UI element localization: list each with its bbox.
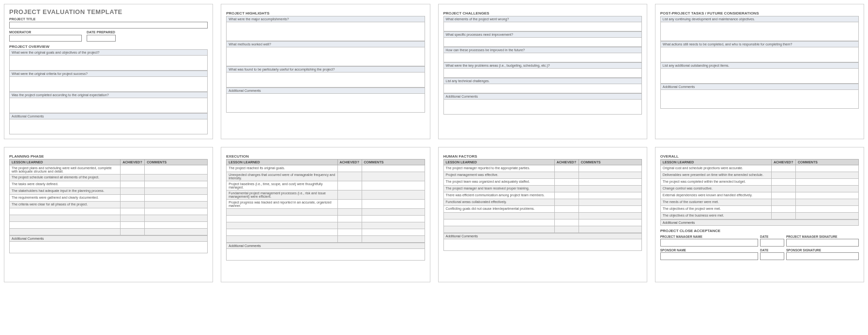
answer-area[interactable] <box>10 119 207 134</box>
date-input[interactable] <box>87 35 116 42</box>
achieved-cell[interactable] <box>337 200 362 209</box>
achieved-cell[interactable] <box>121 181 145 188</box>
achieved-cell[interactable] <box>121 202 145 208</box>
achieved-cell[interactable] <box>554 186 579 192</box>
achieved-cell[interactable] <box>772 192 796 199</box>
achieved-cell[interactable] <box>121 215 145 222</box>
achieved-cell[interactable] <box>554 179 579 186</box>
achieved-cell[interactable] <box>337 181 362 190</box>
achieved-cell[interactable] <box>772 165 796 172</box>
answer-area[interactable] <box>444 84 641 93</box>
comments-cell[interactable] <box>145 202 208 208</box>
answer-area[interactable] <box>444 22 641 31</box>
achieved-cell[interactable] <box>554 219 579 226</box>
answer-area[interactable] <box>227 47 424 66</box>
project-title-input[interactable] <box>9 22 208 29</box>
comments-cell[interactable] <box>796 179 859 186</box>
achieved-cell[interactable] <box>337 190 362 200</box>
comments-cell[interactable] <box>579 172 641 179</box>
achieved-cell[interactable] <box>337 172 362 181</box>
achieved-cell[interactable] <box>337 165 362 172</box>
comments-cell[interactable] <box>579 186 641 192</box>
answer-area[interactable] <box>444 38 641 46</box>
answer-area[interactable] <box>10 77 207 91</box>
comments-cell[interactable] <box>145 215 208 222</box>
comments-cell[interactable] <box>362 216 425 222</box>
answer-area[interactable] <box>10 56 207 70</box>
achieved-cell[interactable] <box>554 213 579 219</box>
pm-sig-input[interactable] <box>786 239 859 247</box>
achieved-cell[interactable] <box>337 209 362 216</box>
comments-cell[interactable] <box>362 236 425 243</box>
comments-cell[interactable] <box>145 181 208 188</box>
achieved-cell[interactable] <box>772 199 796 206</box>
comments-cell[interactable] <box>796 206 859 213</box>
answer-area[interactable] <box>444 53 641 62</box>
achieved-cell[interactable] <box>554 172 579 179</box>
answer-area[interactable] <box>444 69 641 77</box>
achieved-cell[interactable] <box>121 229 145 235</box>
comments-cell[interactable] <box>579 219 641 226</box>
comments-cell[interactable] <box>145 229 208 235</box>
pm-name-input[interactable] <box>660 239 758 247</box>
achieved-cell[interactable] <box>554 226 579 233</box>
comments-cell[interactable] <box>796 192 859 199</box>
additional-body[interactable] <box>9 242 208 253</box>
achieved-cell[interactable] <box>337 229 362 236</box>
moderator-input[interactable] <box>9 35 82 42</box>
comments-cell[interactable] <box>362 181 425 190</box>
comments-cell[interactable] <box>579 199 641 206</box>
answer-area[interactable] <box>661 69 858 83</box>
achieved-cell[interactable] <box>121 165 145 175</box>
achieved-cell[interactable] <box>121 195 145 202</box>
achieved-cell[interactable] <box>772 186 796 192</box>
achieved-cell[interactable] <box>337 216 362 222</box>
achieved-cell[interactable] <box>554 199 579 206</box>
comments-cell[interactable] <box>145 195 208 202</box>
answer-area[interactable] <box>661 47 858 62</box>
achieved-cell[interactable] <box>772 172 796 179</box>
comments-cell[interactable] <box>362 229 425 236</box>
comments-cell[interactable] <box>796 165 859 172</box>
additional-body[interactable] <box>443 239 642 251</box>
additional-body[interactable] <box>226 249 425 261</box>
comments-cell[interactable] <box>579 206 641 213</box>
answer-area[interactable] <box>227 22 424 41</box>
comments-cell[interactable] <box>362 209 425 216</box>
answer-area[interactable] <box>227 94 424 112</box>
comments-cell[interactable] <box>362 222 425 229</box>
sponsor-date-input[interactable] <box>760 252 784 260</box>
achieved-cell[interactable] <box>337 236 362 243</box>
achieved-cell[interactable] <box>772 206 796 213</box>
achieved-cell[interactable] <box>121 208 145 215</box>
comments-cell[interactable] <box>796 199 859 206</box>
achieved-cell[interactable] <box>337 222 362 229</box>
comments-cell[interactable] <box>796 172 859 179</box>
comments-cell[interactable] <box>579 179 641 186</box>
comments-cell[interactable] <box>796 213 859 219</box>
comments-cell[interactable] <box>145 188 208 195</box>
comments-cell[interactable] <box>579 226 641 233</box>
achieved-cell[interactable] <box>121 175 145 181</box>
comments-cell[interactable] <box>362 172 425 181</box>
comments-cell[interactable] <box>145 175 208 181</box>
achieved-cell[interactable] <box>772 179 796 186</box>
comments-cell[interactable] <box>796 186 859 192</box>
answer-area[interactable] <box>444 100 641 114</box>
answer-area[interactable] <box>227 73 424 87</box>
comments-cell[interactable] <box>362 190 425 200</box>
answer-area[interactable] <box>10 98 207 113</box>
pm-date-input[interactable] <box>760 239 784 247</box>
comments-cell[interactable] <box>362 200 425 209</box>
sponsor-name-input[interactable] <box>660 252 758 260</box>
achieved-cell[interactable] <box>772 213 796 219</box>
comments-cell[interactable] <box>145 208 208 215</box>
answer-area[interactable] <box>661 90 858 108</box>
achieved-cell[interactable] <box>554 165 579 172</box>
achieved-cell[interactable] <box>121 222 145 229</box>
comments-cell[interactable] <box>579 213 641 219</box>
comments-cell[interactable] <box>145 222 208 229</box>
achieved-cell[interactable] <box>121 188 145 195</box>
comments-cell[interactable] <box>145 165 208 175</box>
comments-cell[interactable] <box>362 165 425 172</box>
